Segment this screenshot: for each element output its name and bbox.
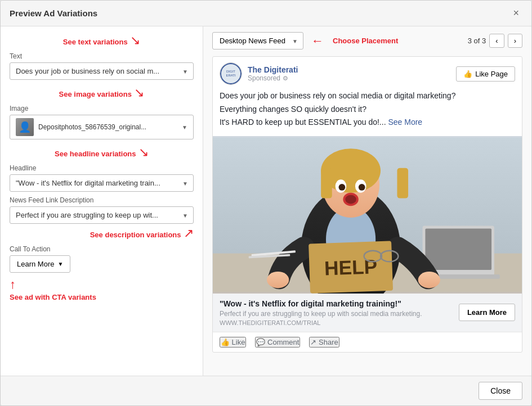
fb-ad-footer: "Wow - it's Netflix for digital marketin…	[213, 294, 522, 332]
choose-placement-annotation: Choose Placement	[333, 37, 398, 45]
svg-rect-3	[425, 228, 491, 270]
cta-field-label: Call To Action	[10, 245, 194, 253]
right-top-bar: Desktop News Feed ← Choose Placement 3 o…	[212, 32, 522, 49]
footer-close-button[interactable]: Close	[479, 382, 522, 400]
fb-like-page-button[interactable]: 👍 Like Page	[456, 66, 515, 82]
fb-ad-image: HELP	[213, 136, 522, 294]
like-reaction-button[interactable]: 👍 Like	[220, 337, 246, 348]
fb-ad-text: Does your job or business rely on social…	[213, 91, 522, 136]
next-page-button[interactable]: ›	[508, 34, 522, 48]
image-thumbnail	[16, 118, 34, 136]
help-image-background: HELP	[213, 136, 522, 294]
thumbs-up-icon: 👍	[463, 70, 472, 78]
modal-footer: Close	[1, 376, 531, 405]
fb-page-logo: DIGITERATI	[220, 62, 242, 85]
description-variation-annotation: See description variations ↗	[10, 226, 194, 241]
left-panel: See text variations ↘ Text Does your job…	[1, 26, 203, 376]
pagination: 3 of 3 ‹ ›	[468, 34, 522, 48]
svg-point-14	[359, 184, 365, 191]
choose-placement-arrow: ←	[311, 34, 324, 48]
comment-reaction-button[interactable]: 💬 Comment	[255, 337, 300, 348]
headline-variation-annotation: See headline variations ↘	[10, 145, 194, 160]
ad-illustration: HELP	[213, 136, 522, 294]
placement-area: Desktop News Feed ← Choose Placement	[212, 32, 398, 49]
headline-dropdown[interactable]: "Wow - it's Netflix for digital marketin…	[10, 174, 194, 192]
share-reaction-button[interactable]: ↗ Share	[309, 337, 339, 348]
fb-page-name[interactable]: The Digiterati	[248, 65, 298, 74]
text-dropdown[interactable]: Does your job or business rely on social…	[10, 62, 194, 80]
placement-dropdown[interactable]: Desktop News Feed	[212, 32, 303, 49]
placement-dropdown-wrapper[interactable]: Desktop News Feed	[212, 32, 303, 49]
fb-ad-text-line3: It's HARD to keep up but ESSENTIAL you d…	[220, 117, 515, 128]
fb-ad-headline: "Wow - it's Netflix for digital marketin…	[220, 299, 459, 308]
text-variation-arrow: ↘	[130, 33, 140, 47]
text-field-label: Text	[10, 52, 194, 60]
svg-text:HELP: HELP	[324, 255, 377, 279]
svg-point-16	[345, 195, 356, 204]
svg-point-17	[267, 272, 289, 288]
fb-sponsored: Sponsored ⚙	[248, 74, 298, 82]
image-variation-annotation: See image variations ↘	[10, 85, 194, 100]
fb-ad-footer-text: "Wow - it's Netflix for digital marketin…	[220, 299, 459, 326]
headline-variation-arrow: ↘	[138, 145, 149, 159]
image-dropdown-arrow-icon: ▼	[182, 124, 187, 130]
fb-ad-text-line1: Does your job or business rely on social…	[220, 91, 515, 102]
headline-field-label: Headline	[10, 164, 194, 172]
image-dropdown[interactable]: Depositphotos_58676539_original... ▼	[10, 115, 194, 139]
text-variation-annotation: See text variations ↘	[10, 33, 194, 48]
fb-ad-description: Perfect if you are struggling to keep up…	[220, 310, 459, 318]
newsfeed-dropdown[interactable]: Perfect if you are struggling to keep up…	[10, 206, 194, 224]
cta-button[interactable]: Learn More ▼	[10, 255, 70, 273]
image-variation-arrow: ↘	[134, 85, 144, 100]
cta-variation-annotation: ↑ See ad with CTA variants	[10, 277, 194, 302]
headline-dropdown-wrapper[interactable]: "Wow - it's Netflix for digital marketin…	[10, 174, 194, 192]
fb-ad-url: WWW.THEDIGITERATI.COM/TRIAL	[220, 319, 459, 326]
fb-see-more-link[interactable]: See More	[388, 118, 422, 127]
modal-overlay: Preview Ad Variations × See text variati…	[0, 0, 532, 406]
image-field-label: Image	[10, 105, 194, 112]
fb-page-meta: The Digiterati Sponsored ⚙	[248, 65, 298, 82]
fb-logo-inner: DIGITERATI	[220, 63, 242, 84]
fb-ad-text-line2: Everything changes SO quickly doesn't it…	[220, 104, 515, 115]
right-panel: Desktop News Feed ← Choose Placement 3 o…	[203, 26, 531, 376]
svg-point-18	[418, 272, 440, 288]
pagination-text: 3 of 3	[468, 37, 486, 45]
newsfeed-dropdown-wrapper[interactable]: Perfect if you are struggling to keep up…	[10, 206, 194, 224]
header-close-button[interactable]: ×	[509, 6, 522, 20]
modal-title: Preview Ad Variations	[10, 8, 97, 18]
image-label-text: Depositphotos_58676539_original...	[38, 123, 177, 131]
prev-page-button[interactable]: ‹	[489, 34, 504, 48]
cta-dropdown-arrow-icon: ▼	[57, 261, 63, 267]
svg-rect-9	[321, 168, 332, 198]
fb-ad-card: DIGITERATI The Digiterati Sponsored ⚙	[212, 56, 522, 353]
fb-ad-reactions-bar: 👍 Like 💬 Comment ↗ Share	[213, 332, 522, 352]
modal-header: Preview Ad Variations ×	[1, 1, 531, 26]
gear-icon: ⚙	[283, 75, 288, 82]
fb-page-info: DIGITERATI The Digiterati Sponsored ⚙	[220, 62, 298, 85]
svg-point-13	[339, 184, 346, 191]
cta-button-label: Learn More	[17, 260, 54, 268]
description-variation-arrow: ↗	[184, 226, 194, 240]
fb-sponsored-text: Sponsored	[248, 74, 280, 82]
fb-like-btn-label: Like Page	[475, 70, 508, 78]
svg-rect-10	[397, 168, 408, 198]
fb-learn-more-button[interactable]: Learn More	[459, 304, 515, 321]
modal-body: See text variations ↘ Text Does your job…	[1, 26, 531, 376]
text-dropdown-wrapper[interactable]: Does your job or business rely on social…	[10, 62, 194, 80]
fb-ad-header: DIGITERATI The Digiterati Sponsored ⚙	[213, 57, 522, 91]
newsfeed-field-label: News Feed Link Description	[10, 196, 194, 204]
cta-variation-arrow: ↑	[10, 277, 16, 291]
